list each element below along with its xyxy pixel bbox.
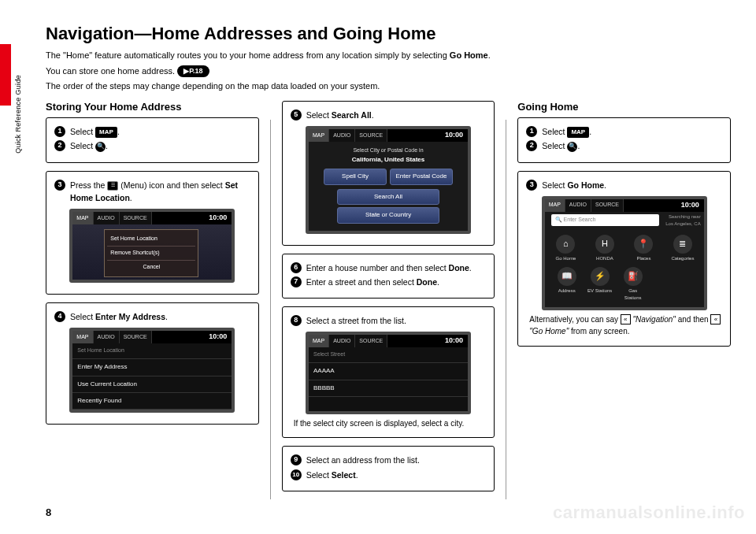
icon-row-2: 📖Address ⚡EV Stations ⛽Gas Stations [545,267,704,307]
icon-label: Gas Stations [624,288,642,300]
home-icon: ⌂ [556,235,575,254]
step-9: 9 Select an address from the list. [291,454,487,466]
text: You can store one home address. [46,66,175,76]
text: . [488,50,491,60]
step-number-5: 5 [291,109,302,121]
text: Press the [70,180,107,190]
screen-body: Select City or Postal Code in California… [309,142,468,230]
step-number-4: 4 [54,311,65,322]
screenshot-enter-address: MAP AUDIO SOURCE 10:00 Set Home Location… [69,328,235,413]
text: . [577,141,580,150]
tab-audio: AUDIO [565,199,591,212]
step-body: Select 🔍. [70,139,250,152]
menu-icon: ☰ [107,181,118,191]
voice-icon: « [621,314,631,324]
icon-label: HONDA [596,256,613,261]
tab-map: MAP [309,335,329,347]
columns-layout: Storing Your Home Address 1 Select MAP. … [46,101,731,499]
intro-line-3: The order of the steps may change depend… [46,80,731,93]
text: The "Home" feature automatically routes … [46,50,450,60]
text: from any screen. [569,327,629,336]
icon-categories: ≣Categories [670,235,695,262]
honda-icon: H [595,235,614,254]
tab-source: SOURCE [355,129,387,142]
step-c2: 2 Select 🔍. [526,139,722,152]
column-going-home: Going Home 1 Select MAP. 2 Select 🔍. [517,101,731,499]
text: . [130,193,132,202]
tab-map: MAP [72,212,93,224]
text: . [589,127,591,136]
box-a1: 1 Select MAP. 2 Select 🔍. [46,117,259,163]
search-bar: 🔍 Enter Search [551,214,660,226]
text: Alternatively, you can say [529,315,620,324]
step-body: Select Enter My Address. [70,310,250,323]
tab-source: SOURCE [355,335,387,347]
icon-address: 📖Address [554,267,580,302]
text: Select [306,110,332,120]
pill-spell-city: Spell City [324,169,387,184]
text: Enter a street and then select [306,277,417,287]
icon-go-home: ⌂Go Home [553,235,578,262]
step-10: 10 Select Select. [291,469,487,481]
list-item: BBBBB [309,380,468,397]
column-separator [506,120,506,499]
tab-source: SOURCE [120,331,152,343]
step-body: Press the ☰ (Menu) icon and then select … [70,179,250,205]
tab-audio: AUDIO [94,212,120,224]
step-number-6: 6 [291,262,302,273]
tab-audio: AUDIO [329,335,355,347]
clock: 10:00 [209,213,232,224]
list-item: Use Current Location [72,376,232,393]
box-b2: 6 Enter a house number and then select D… [282,254,495,299]
step-body: Select Search All. [306,109,487,121]
screenshot-street-list: MAP AUDIO SOURCE 10:00 Select Street AAA… [306,332,471,414]
icon-gas: ⛽Gas Stations [621,267,646,302]
step-number-1: 1 [54,126,65,137]
screenshot-search-all: MAP AUDIO SOURCE 10:00 Select City or Po… [306,126,471,233]
step-body: Select a street from the list. [306,314,487,327]
ev-icon: ⚡ [591,267,610,286]
bold-term: Select [332,470,356,480]
intro-line-2: You can store one home address. ▶P.18 [46,65,731,78]
tab-source: SOURCE [120,212,152,224]
clock: 10:00 [445,336,468,347]
step-body: Enter a house number and then select Don… [306,261,487,274]
note-text: If the select city screen is displayed, … [291,417,487,430]
icon-places: 📍Places [631,235,656,262]
step-number-3: 3 [54,180,65,191]
clock: 10:00 [681,200,704,211]
icon-label: Go Home [556,256,576,261]
step-c3: 3 Select Go Home. [526,179,722,191]
box-b4: 9 Select an address from the list. 10 Se… [282,446,495,491]
search-near: Searching near [665,213,700,221]
tab-audio: AUDIO [329,129,355,142]
screen-tabs: MAP AUDIO SOURCE 10:00 [309,129,468,142]
step-body: Select Select. [306,469,487,481]
text: and then [676,315,710,324]
step-number-9: 9 [291,454,302,465]
voice-cmd: "Navigation" [633,315,676,324]
text: . [165,312,168,321]
column-storing: Storing Your Home Address 1 Select MAP. … [46,101,259,499]
text: Select [542,180,567,190]
text: Select [542,127,567,136]
text: . [356,470,358,480]
text: . [469,263,472,273]
list-icon: ≣ [673,235,692,254]
page-ref-text: P.18 [189,67,202,75]
tab-map: MAP [309,129,329,142]
search-icon: 🔍 [95,142,106,152]
text: Select [70,141,95,150]
text: Enter a house number and then select [306,263,449,273]
popup-item: Remove Shortcut(s) [107,247,195,261]
map-button-icon: MAP [95,127,117,138]
step-4: 4 Select Enter My Address. [54,310,250,323]
step-number-8: 8 [291,315,302,326]
icon-label: Categories [671,256,694,261]
step-body: Select Go Home. [542,179,722,191]
step-number-2: 2 [54,140,65,151]
tab-map: MAP [545,199,565,212]
voice-icon: « [710,314,721,324]
icon-honda: HHONDA [592,235,617,262]
text: Select [542,141,567,150]
